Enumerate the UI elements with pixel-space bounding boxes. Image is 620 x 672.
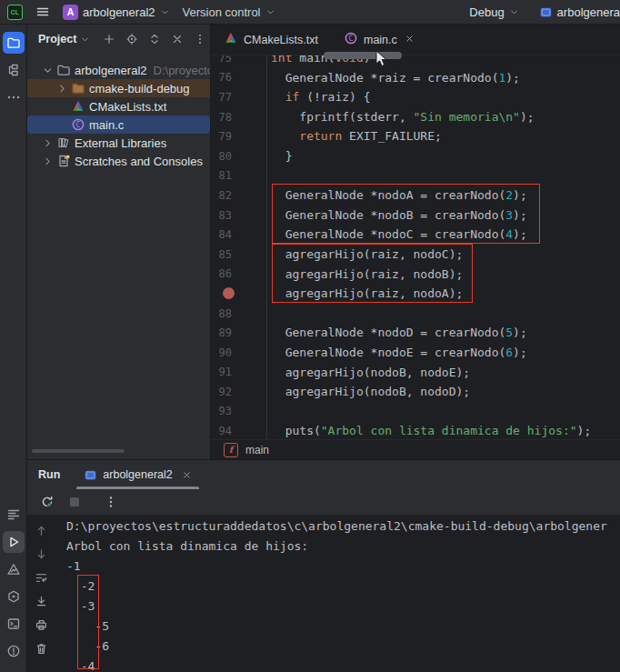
prev-occurrence-button[interactable] [32,521,50,539]
console-line: D:\proyectos\estructuraddedatos\c\arbolg… [66,517,620,537]
print-button[interactable] [32,616,50,634]
tree-item-cmake-build-debug[interactable]: cmake-build-debug [27,79,210,97]
line-number[interactable]: 89 [211,323,267,343]
svg-text:C: C [76,121,81,129]
more-tool-windows-tool-button[interactable] [3,86,25,108]
scroll-to-end-button[interactable] [32,592,50,610]
code-line-89[interactable]: 89 GeneralNode *nodoD = crearNodo(5); [211,323,620,343]
code-line-86[interactable]: 86 agregarHijo(raiz, nodoB); [211,265,620,285]
horizontal-scrollbar[interactable] [32,449,125,453]
line-number[interactable]: 76 [211,68,267,88]
tree-item-arbolgeneral2[interactable]: arbolgeneral2D:\proyectos\es [27,61,210,79]
editor-tab-main-c[interactable]: Cmain.c [331,25,427,55]
line-number[interactable]: 91 [211,363,267,383]
main-menu-icon[interactable] [35,5,50,19]
code-line-90[interactable]: 90 GeneralNode *nodoE = crearNodo(6); [211,343,620,363]
chevron-down-icon[interactable] [40,65,55,76]
line-number[interactable]: 85 [211,245,267,265]
code-line-80[interactable]: 80 } [211,146,620,166]
code-line-84[interactable]: 84 GeneralNode *nodoC = crearNodo(4); [211,225,620,245]
code-line-75[interactable]: 75int main(void) { [211,55,620,68]
code-line-94[interactable]: 94 puts("Arbol con lista dinamica de hij… [211,421,620,439]
line-number[interactable]: 82 [211,186,267,206]
line-number[interactable]: 84 [211,225,267,245]
code-line-93[interactable]: 93 [211,402,620,422]
select-opened-file-icon[interactable] [124,31,140,47]
run-tab-arbolgeneral2[interactable]: arbolgeneral2 [76,460,198,489]
code-line-87[interactable]: agregarHijo(raiz, nodoA); [211,284,620,304]
line-number[interactable]: 80 [211,146,267,166]
debug-config-selector[interactable]: Debug [469,5,518,19]
line-number[interactable]: 88 [211,304,267,324]
run-config-app-icon [539,5,553,19]
stop-button[interactable] [65,493,84,511]
code-line-88[interactable]: 88 [211,304,620,324]
soft-wrap-button[interactable] [32,568,50,587]
version-control-widget[interactable]: Version control [183,5,275,19]
line-number[interactable]: 90 [211,343,267,363]
project-tool-button[interactable] [3,32,25,54]
close-icon[interactable] [405,34,415,46]
tree-item-path: D:\proyectos\es [154,64,211,77]
line-number[interactable]: 78 [211,107,267,127]
services-tool-button[interactable] [3,586,25,607]
tree-item-cmakelists-txt[interactable]: CMakeLists.txt [27,97,210,115]
rerun-button[interactable] [38,493,56,511]
next-occurrence-button[interactable] [32,545,50,563]
chevron-right-icon[interactable] [55,83,69,95]
code-line-85[interactable]: 85 agregarHijo(raiz, nodoC); [211,245,620,265]
editor-tab-cmakelists-txt[interactable]: CMakeLists.txt [211,25,331,55]
tree-item-scratches-and-consoles[interactable]: Scratches and Consoles [27,152,210,170]
chevron-right-icon[interactable] [40,137,55,149]
breadcrumb-item[interactable]: main [245,444,269,456]
line-number[interactable]: 79 [211,126,267,146]
more-options-button[interactable] [102,493,120,511]
code-line-76[interactable]: 76 GeneralNode *raiz = crearNodo(1); [211,68,620,88]
line-number[interactable]: 92 [211,382,267,402]
chevron-down-icon [509,7,519,17]
chevron-right-icon[interactable] [40,155,55,167]
breakpoint-icon[interactable] [223,287,235,299]
collapse-all-icon[interactable] [169,31,185,47]
line-number[interactable]: 81 [211,166,267,186]
chevron-down-icon[interactable] [80,35,90,45]
todo-tool-button[interactable] [3,504,25,526]
project-panel: Project arbolgeneral2D:\proyectos\escmak… [27,25,211,459]
notifications-tool-button[interactable] [3,640,25,662]
project-widget[interactable]: A arbolgeneral2 [63,5,170,20]
expand-all-icon[interactable] [146,31,163,47]
structure-tool-button[interactable] [3,59,25,81]
code-line-92[interactable]: 92 agregarHijo(nodoB, nodoD); [211,382,620,402]
tree-item-label: External Libraries [75,136,166,150]
code-line-77[interactable]: 77 if (!raiz) { [211,87,620,107]
code-line-81[interactable]: 81 [211,166,620,186]
code-line-79[interactable]: 79 return EXIT_FAILURE; [211,126,620,146]
code-line-78[interactable]: 78 fprintf(stderr, "Sin memoria\n"); [211,107,620,127]
chevron-down-icon [265,7,275,17]
line-number[interactable]: 93 [211,402,267,422]
line-number[interactable]: 75 [211,55,267,68]
run-configuration-widget[interactable]: arbolgenera [539,5,620,19]
code-line-82[interactable]: 82 GeneralNode *nodoA = crearNodo(2); [211,186,620,206]
code-line-91[interactable]: 91 agregarHijo(nodoB, nodoE); [211,363,620,383]
options-icon[interactable] [192,31,208,47]
close-icon[interactable] [182,470,192,480]
breadcrumb-bar: f main [211,439,620,459]
editor-tab-label: CMakeLists.txt [244,34,318,46]
line-number[interactable]: 83 [211,206,267,226]
console-output[interactable]: D:\proyectos\estructuraddedatos\c\arbolg… [55,515,620,672]
code-area[interactable]: 75int main(void) {76 GeneralNode *raiz =… [211,55,620,439]
clear-all-button[interactable] [32,639,50,657]
add-icon[interactable] [101,31,117,47]
terminal-tool-button[interactable] [3,613,25,635]
tree-item-main-c[interactable]: Cmain.c [27,115,210,134]
problems-tool-button[interactable] [3,558,25,580]
run-tool-button[interactable] [3,531,25,553]
line-number[interactable]: 77 [211,87,267,107]
code-text: GeneralNode *nodoD = crearNodo(5); [267,323,527,343]
line-number[interactable]: 94 [211,421,267,439]
tree-item-external-libraries[interactable]: External Libraries [27,134,210,152]
breakpoint-gutter[interactable] [211,284,267,304]
code-line-83[interactable]: 83 GeneralNode *nodoB = crearNodo(3); [211,206,620,226]
line-number[interactable]: 86 [211,265,267,285]
